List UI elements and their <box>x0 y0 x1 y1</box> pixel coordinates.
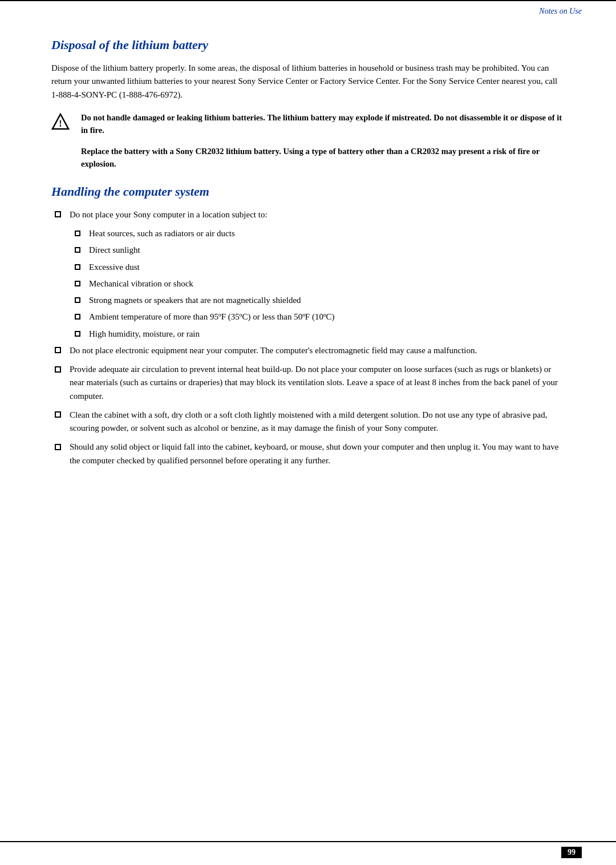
list-item-4: Clean the cabinet with a soft, dry cloth… <box>51 409 565 435</box>
sub-item-text-0: Heat sources, such as radiators or air d… <box>89 227 235 240</box>
checkbox-outer-4 <box>51 410 64 420</box>
list-item-text-2: Do not place electronic equipment near y… <box>70 344 565 357</box>
sub-check-6 <box>75 331 80 337</box>
sub-checkbox-1 <box>72 245 83 255</box>
sub-list-item-5: Ambient temperature of more than 95ºF (3… <box>72 310 565 324</box>
sub-list: Heat sources, such as radiators or air d… <box>72 227 565 341</box>
sub-checkbox-4 <box>72 295 83 305</box>
sub-list-item-0: Heat sources, such as radiators or air d… <box>72 227 565 240</box>
warning-icon-1: ! <box>51 113 73 134</box>
warning-row-1: ! Do not handle damaged or leaking lithi… <box>51 112 565 137</box>
list-item-2: Do not place electronic equipment near y… <box>51 344 565 357</box>
checkbox-outer-1 <box>51 209 64 220</box>
checkbox-3 <box>55 366 61 373</box>
checkbox-4 <box>55 411 61 418</box>
sub-list-item-2: Excessive dust <box>72 261 565 274</box>
section2-title: Handling the computer system <box>51 184 565 199</box>
sub-checkbox-2 <box>72 262 83 272</box>
sub-item-text-4: Strong magnets or speakers that are not … <box>89 294 301 307</box>
sub-item-text-2: Excessive dust <box>89 261 140 274</box>
sub-item-text-1: Direct sunlight <box>89 244 140 257</box>
checkbox-1 <box>55 211 61 217</box>
section1-body: Dispose of the lithium battery properly.… <box>51 62 565 102</box>
sub-check-2 <box>75 264 80 270</box>
sub-list-item-6: High humidity, moisture, or rain <box>72 328 565 341</box>
list-item-text-4: Clean the cabinet with a soft, dry cloth… <box>70 409 565 435</box>
warning-text-1: Do not handle damaged or leaking lithium… <box>81 112 565 137</box>
section1-title: Disposal of the lithium battery <box>51 38 565 52</box>
svg-text:!: ! <box>59 119 62 128</box>
warning-box: ! Do not handle damaged or leaking lithi… <box>51 112 565 171</box>
sub-list-item-1: Direct sunlight <box>72 244 565 257</box>
page-number: 99 <box>561 847 582 858</box>
sub-checkbox-6 <box>72 329 83 339</box>
sub-check-0 <box>75 231 80 236</box>
sub-checkbox-5 <box>72 312 83 322</box>
list-item-text-5: Should any solid object or liquid fall i… <box>70 440 565 467</box>
header: Notes on Use <box>0 1 616 21</box>
list-item-1: Do not place your Sony computer in a loc… <box>51 208 565 221</box>
header-notes-label: Notes on Use <box>539 7 582 16</box>
list-item-text-3: Provide adequate air circulation to prev… <box>70 363 565 403</box>
bottom-area: 99 <box>0 841 616 865</box>
sub-item-text-6: High humidity, moisture, or rain <box>89 328 200 341</box>
list-section: Do not place your Sony computer in a loc… <box>51 208 565 467</box>
checkbox-5 <box>55 444 61 450</box>
checkbox-outer-5 <box>51 442 64 452</box>
checkbox-2 <box>55 347 61 353</box>
list-item-text-1: Do not place your Sony computer in a loc… <box>70 208 565 221</box>
sub-check-1 <box>75 247 80 253</box>
sub-check-4 <box>75 297 80 303</box>
sub-check-5 <box>75 314 80 320</box>
sub-item-text-5: Ambient temperature of more than 95ºF (3… <box>89 310 335 324</box>
main-content: Disposal of the lithium battery Dispose … <box>0 21 616 521</box>
sub-checkbox-3 <box>72 278 83 289</box>
page: Notes on Use Disposal of the lithium bat… <box>0 0 616 865</box>
list-item-5: Should any solid object or liquid fall i… <box>51 440 565 467</box>
list-item-3: Provide adequate air circulation to prev… <box>51 363 565 403</box>
sub-checkbox-0 <box>72 228 83 239</box>
warning-text-2: Replace the battery with a Sony CR2032 l… <box>81 145 565 171</box>
bottom-footer: 99 <box>0 842 616 865</box>
sub-check-3 <box>75 281 80 286</box>
sub-list-item-3: Mechanical vibration or shock <box>72 277 565 290</box>
checkbox-outer-2 <box>51 345 64 355</box>
sub-list-item-4: Strong magnets or speakers that are not … <box>72 294 565 307</box>
sub-item-text-3: Mechanical vibration or shock <box>89 277 193 290</box>
checkbox-outer-3 <box>51 364 64 374</box>
